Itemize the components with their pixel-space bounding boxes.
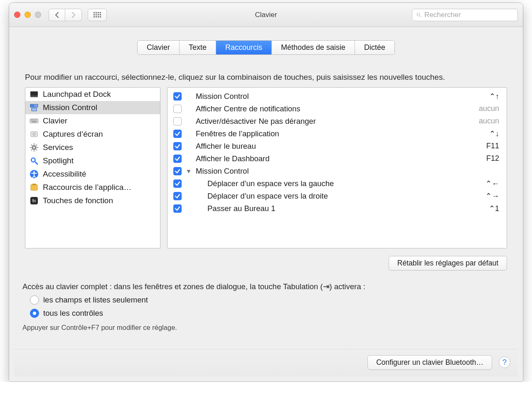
tab-dictee[interactable]: Dictée	[355, 41, 394, 54]
disclosure-triangle-icon[interactable]: ▼	[186, 168, 192, 175]
shortcut-key[interactable]: ⌃↓	[489, 129, 499, 138]
svg-rect-9	[32, 120, 33, 120]
restore-defaults-button[interactable]: Rétablir les réglages par défaut	[389, 256, 507, 270]
shortcut-key[interactable]: ⌃←	[485, 179, 499, 188]
category-item[interactable]: Mission Control	[25, 101, 160, 114]
shortcut-key[interactable]: ⌃↑	[489, 92, 499, 101]
forward-button[interactable]	[65, 9, 82, 21]
shortcut-checkbox[interactable]	[173, 130, 182, 138]
category-item[interactable]: Services	[25, 141, 160, 154]
shortcut-checkbox[interactable]	[173, 204, 182, 213]
shortcut-label: Mission Control	[196, 167, 495, 176]
svg-rect-13	[32, 121, 37, 122]
shortcut-checkbox[interactable]	[173, 142, 182, 150]
category-item[interactable]: Spotlight	[25, 154, 160, 167]
shortcut-key[interactable]: ⌃1	[489, 204, 499, 213]
radio-label: les champs et listes seulement	[43, 295, 148, 305]
titlebar: Clavier	[9, 3, 523, 27]
window-controls	[14, 12, 41, 18]
back-button[interactable]	[49, 9, 65, 21]
category-item[interactable]: Clavier	[25, 114, 160, 128]
shortcut-checkbox[interactable]	[173, 155, 182, 163]
shortcut-label: Activer/désactiver Ne pas déranger	[196, 117, 475, 126]
category-label: Raccourcis de l’applica…	[43, 183, 131, 192]
svg-rect-31	[31, 184, 37, 190]
show-all-prefs-button[interactable]	[88, 9, 107, 21]
svg-line-1	[419, 15, 421, 17]
svg-point-27	[32, 158, 35, 161]
shortcut-row[interactable]: Déplacer d’un espace vers la droite⌃→	[167, 190, 507, 202]
shortcut-checkbox[interactable]	[173, 167, 182, 175]
shortcut-key[interactable]: ⌃→	[485, 192, 499, 201]
shortcut-checkbox[interactable]	[173, 92, 182, 101]
category-label: Launchpad et Dock	[43, 90, 111, 99]
svg-rect-6	[32, 108, 37, 111]
category-label: Spotlight	[43, 156, 74, 165]
shortcut-row[interactable]: Afficher le bureauF11	[167, 140, 507, 152]
footer: Configurer un clavier Bluetooth… ?	[14, 349, 518, 376]
shortcut-checkbox[interactable]	[173, 117, 182, 125]
content-area: Clavier Texte Raccourcis Méthodes de sai…	[9, 27, 523, 381]
shortcut-row[interactable]: Afficher Centre de notificationsaucun	[167, 103, 507, 115]
radio-text-fields-only[interactable]: les champs et listes seulement	[30, 295, 518, 305]
category-item[interactable]: Accessibilité	[25, 167, 160, 181]
radio-label: tous les contrôles	[43, 309, 103, 318]
shortcut-row[interactable]: ▼Mission Control	[167, 165, 507, 177]
close-window-button[interactable]	[14, 12, 20, 18]
gear-icon	[30, 143, 39, 152]
shortcut-checkbox[interactable]	[173, 105, 182, 113]
radio-all-controls[interactable]: tous les contrôles	[30, 309, 518, 318]
search-icon	[416, 12, 421, 18]
shortcut-row[interactable]: Passer au Bureau 1⌃1	[167, 202, 507, 215]
tab-bar: Clavier Texte Raccourcis Méthodes de sai…	[137, 40, 395, 55]
category-item[interactable]: Captures d’écran	[25, 128, 160, 141]
shortcut-key[interactable]: aucun	[479, 117, 499, 125]
shortcut-row[interactable]: Fenêtres de l’application⌃↓	[167, 128, 507, 140]
shortcut-row[interactable]: Mission Control⌃↑	[167, 90, 507, 103]
svg-line-23	[36, 150, 37, 150]
zoom-window-button[interactable]	[35, 12, 41, 18]
grid-icon	[94, 12, 101, 18]
fn-icon: fn	[30, 196, 39, 205]
shortcut-row[interactable]: Afficher le DashboardF12	[167, 152, 507, 165]
tab-methodes-saisie[interactable]: Méthodes de saisie	[272, 41, 355, 54]
svg-rect-12	[36, 120, 37, 120]
shortcut-label: Fenêtres de l’application	[196, 129, 485, 138]
screenshot-icon	[30, 130, 39, 139]
accessibility-icon	[30, 170, 39, 179]
svg-text:fn: fn	[32, 199, 36, 203]
tab-raccourcis[interactable]: Raccourcis	[216, 41, 272, 54]
category-item[interactable]: Launchpad et Dock	[25, 88, 160, 101]
category-label: Captures d’écran	[43, 130, 103, 139]
shortcut-key[interactable]: aucun	[479, 104, 499, 113]
svg-line-25	[31, 150, 32, 150]
category-item[interactable]: fnTouches de fonction	[25, 194, 160, 207]
shortcut-label: Afficher le Dashboard	[196, 154, 482, 163]
tab-texte[interactable]: Texte	[180, 41, 216, 54]
shortcut-key[interactable]: F12	[486, 154, 499, 163]
svg-rect-32	[32, 184, 36, 185]
configure-bluetooth-keyboard-button[interactable]: Configurer un clavier Bluetooth…	[367, 355, 492, 370]
shortcut-checkbox[interactable]	[173, 192, 182, 200]
category-list[interactable]: Launchpad et DockMission ControlClavierC…	[25, 87, 160, 248]
svg-line-28	[35, 162, 37, 164]
svg-line-22	[31, 145, 32, 145]
spotlight-icon	[30, 156, 39, 165]
shortcut-key[interactable]: F11	[486, 142, 499, 150]
shortcut-row[interactable]: Activer/désactiver Ne pas dérangeraucun	[167, 115, 507, 128]
search-input[interactable]	[424, 10, 513, 20]
shortcut-list[interactable]: Mission Control⌃↑Afficher Centre de noti…	[167, 87, 507, 248]
category-item[interactable]: Raccourcis de l’applica…	[25, 181, 160, 194]
shortcut-checkbox[interactable]	[173, 179, 182, 188]
full-keyboard-access-hint: Appuyer sur Contrôle+F7 pour modifier ce…	[22, 324, 510, 332]
search-field[interactable]	[412, 9, 518, 21]
shortcut-row[interactable]: Déplacer d’un espace vers la gauche⌃←	[167, 177, 507, 190]
help-button[interactable]: ?	[499, 356, 510, 368]
svg-rect-5	[34, 104, 38, 107]
category-label: Touches de fonction	[43, 196, 113, 205]
tab-clavier[interactable]: Clavier	[138, 41, 180, 54]
minimize-window-button[interactable]	[25, 12, 31, 18]
preferences-window: Clavier Clavier Texte Raccourcis Méthode…	[9, 2, 523, 382]
keyboard-icon	[30, 116, 39, 125]
nav-back-forward	[49, 9, 82, 21]
